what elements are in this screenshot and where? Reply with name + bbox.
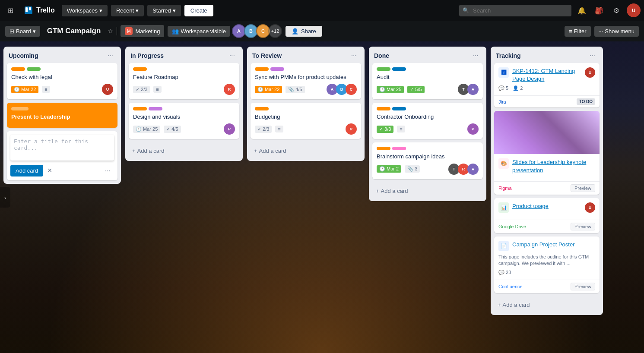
- new-card-form: Add card × ···: [7, 131, 117, 180]
- column-tracking: Tracking ··· 🅱 BKP-1412: GTM Landing Pag…: [491, 47, 603, 315]
- card-form-more-button[interactable]: ···: [102, 165, 114, 176]
- add-card-in-progress-button[interactable]: + Add a card: [129, 144, 239, 158]
- column-done-header: Done ···: [369, 47, 486, 63]
- show-menu-button[interactable]: ··· Show menu: [594, 26, 639, 37]
- checklist-badge-co: ✓ 3/3: [377, 126, 393, 133]
- card-contractor-onboarding[interactable]: Contractor Onboarding ✓ 3/3 ≡ P: [372, 103, 483, 139]
- column-to-review: To Review ··· Sync with PMMs for product…: [247, 47, 365, 161]
- assignee-product: U: [585, 202, 595, 213]
- card-audit[interactable]: Audit 🕐 Mar 25 ✓ 5/5 T A: [372, 63, 483, 99]
- visibility-button[interactable]: 👥 Workspace visible: [168, 26, 230, 37]
- create-button[interactable]: Create: [184, 5, 213, 16]
- column-to-review-menu-button[interactable]: ···: [349, 51, 359, 60]
- tracking-card-bkp[interactable]: 🅱 BKP-1412: GTM Landing Page Design U 💬 …: [494, 63, 600, 107]
- tracking-card-slides-image: [494, 111, 600, 154]
- info-button[interactable]: 🎒: [592, 3, 606, 17]
- tracking-card-poster-stats: 💬 23: [498, 270, 595, 275]
- tracking-card-poster-header: 📄 Campaign Project Poster This page incl…: [494, 236, 600, 280]
- checklist-badge-dv: ✓ 4/5: [164, 126, 181, 133]
- card-budgeting[interactable]: Budgeting ✓ 2/3 ≡ R: [251, 103, 361, 139]
- card-present-to-leadership[interactable]: Present to Leadership: [7, 103, 117, 128]
- label-blue-co: [392, 107, 406, 110]
- column-in-progress-menu-button[interactable]: ···: [227, 51, 238, 60]
- board-view-label: Board: [16, 28, 31, 35]
- tracking-card-campaign-poster[interactable]: 📄 Campaign Project Poster This page incl…: [494, 236, 600, 293]
- attachment-badge-bs: 📎 3: [405, 165, 420, 173]
- column-upcoming: Upcoming ··· Check with legal 🕐 Mar 22 ≡: [3, 47, 121, 184]
- label-orange-dv: [133, 107, 147, 110]
- filter-button[interactable]: ≡ Filter: [565, 26, 590, 37]
- board-title[interactable]: GTM Campaign: [44, 25, 105, 37]
- more-members-badge[interactable]: +12: [268, 24, 282, 38]
- column-to-review-title: To Review: [252, 52, 282, 59]
- add-card-to-review-button[interactable]: + Add a card: [251, 144, 361, 158]
- label-pink-bs: [392, 147, 406, 150]
- card-assignees-bs: T R A: [450, 164, 479, 175]
- starred-menu-button[interactable]: Starred ▾: [147, 5, 181, 16]
- preview-button-slides[interactable]: Preview: [571, 184, 595, 192]
- tracking-card-bkp-stats: 💬 5 👤 2: [498, 85, 595, 91]
- date-badge-bs: 🕐 Mar 2: [377, 165, 401, 173]
- settings-button[interactable]: ⚙: [609, 3, 623, 17]
- tracking-card-product-top: 📊 Product usage U: [498, 202, 595, 213]
- board-view-button[interactable]: ⊞ Board ▾: [5, 26, 40, 37]
- description-badge-fr: ≡: [153, 86, 161, 93]
- member-count-bkp: 👤 2: [513, 85, 523, 91]
- column-tracking-menu-button[interactable]: ···: [587, 51, 598, 60]
- add-card-done-button[interactable]: + Add a card: [372, 184, 483, 198]
- column-done-menu-button[interactable]: ···: [470, 51, 481, 60]
- card-feature-roadmap[interactable]: Feature Roadmap ✓ 2/3 ≡ R: [129, 63, 239, 99]
- confluence-source-label: Confluence: [498, 284, 523, 289]
- workspace-button[interactable]: M Marketing: [121, 25, 164, 37]
- recent-menu-button[interactable]: Recent ▾: [111, 5, 144, 16]
- tracking-card-slides[interactable]: 🎨 Slides for Leadership keynote presenta…: [494, 111, 600, 194]
- cancel-add-card-button[interactable]: ×: [46, 164, 54, 177]
- label-orange-bs: [377, 147, 390, 150]
- column-done-title: Done: [374, 52, 389, 59]
- share-label: Share: [301, 28, 316, 35]
- notifications-button[interactable]: 🔔: [575, 3, 589, 17]
- board-header: ⊞ Board ▾ GTM Campaign ☆ M Marketing 👥 W…: [0, 21, 644, 41]
- tracking-card-bkp-header: 🅱 BKP-1412: GTM Landing Page Design U 💬 …: [494, 63, 600, 95]
- new-card-textarea[interactable]: [10, 135, 114, 161]
- card-assignees-dv: P: [225, 123, 235, 135]
- card-assignees-sync: A B C: [328, 84, 357, 95]
- workspace-label: Marketing: [135, 28, 160, 35]
- card-design-visuals[interactable]: Design and visuals 🕐 Mar 25 ✓ 4/5 P: [129, 103, 239, 139]
- column-in-progress-header: In Progress ···: [125, 47, 243, 63]
- card-check-with-legal[interactable]: Check with legal 🕐 Mar 22 ≡ U: [7, 63, 117, 99]
- card-feature-roadmap-meta: ✓ 2/3 ≡ R: [133, 84, 235, 95]
- card-design-labels: [133, 107, 235, 110]
- assignee-avatar: U: [102, 84, 113, 95]
- search-wrapper: 🔍: [459, 5, 571, 16]
- search-input[interactable]: [459, 5, 571, 16]
- card-brainstorm[interactable]: Brainstorm campaign ideas 🕐 Mar 2 📎 3 T …: [372, 142, 483, 179]
- column-done-footer: + Add a card: [369, 183, 486, 201]
- star-button[interactable]: ☆: [108, 28, 113, 35]
- card-contractor-meta: ✓ 3/3 ≡ P: [377, 123, 479, 135]
- assignee-budget: R: [346, 123, 357, 135]
- workspaces-menu-button[interactable]: Workspaces ▾: [62, 5, 108, 16]
- user-avatar[interactable]: U: [627, 3, 641, 17]
- board-icon: ⊞: [10, 28, 14, 35]
- preview-button-poster[interactable]: Preview: [571, 283, 595, 290]
- tracking-card-product-usage[interactable]: 📊 Product usage U Google Drive Preview: [494, 198, 600, 233]
- starred-label: Starred: [152, 7, 171, 14]
- svg-rect-1: [25, 7, 28, 12]
- sidebar-toggle-button[interactable]: ‹: [0, 187, 10, 208]
- column-upcoming-menu-button[interactable]: ···: [105, 51, 116, 60]
- card-check-with-legal-title: Check with legal: [11, 73, 113, 81]
- filter-icon: ≡: [569, 28, 572, 35]
- card-sync-pmms[interactable]: Sync with PMMs for product updates 🕐 Mar…: [251, 63, 361, 99]
- tracking-card-bkp-icon: 🅱: [498, 67, 509, 78]
- share-button[interactable]: 👤 Share: [286, 26, 322, 37]
- grid-menu-button[interactable]: ⊞: [3, 3, 17, 17]
- comment-count-bkp: 💬 5: [498, 85, 508, 91]
- label-green-audit: [377, 67, 390, 71]
- starred-chevron: ▾: [173, 7, 176, 14]
- assignee-sync-3: C: [346, 84, 357, 95]
- column-tracking-title: Tracking: [496, 52, 521, 59]
- preview-button-product[interactable]: Preview: [571, 223, 595, 230]
- add-card-confirm-button[interactable]: Add card: [10, 165, 43, 176]
- add-card-tracking-button[interactable]: + Add a card: [494, 298, 600, 312]
